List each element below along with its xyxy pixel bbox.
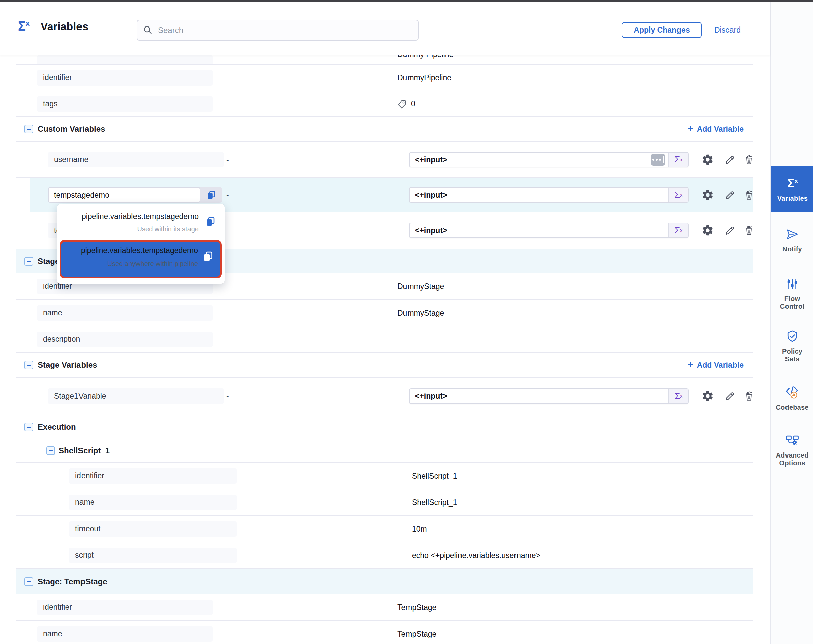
variable-value-input[interactable]: <+input> Σx (409, 187, 689, 202)
field-name-pill: name (69, 495, 237, 510)
table-row-tempstage-name: name TempStage (16, 621, 753, 644)
collapse-minus-icon[interactable] (25, 257, 33, 266)
variables-panel: Σx Variables Notify Flow Control (0, 0, 813, 644)
table-row-step-identifier: identifier ShellScript_1 (16, 463, 753, 489)
sidebar-item-flow-control[interactable]: Flow Control (772, 278, 813, 310)
table-row-pipeline-tags: tags 0 (16, 91, 753, 117)
variable-name-pill: Stage1Variable (48, 388, 224, 404)
search-icon (143, 25, 153, 35)
plus-icon: + (687, 360, 693, 369)
sidebar-item-label: Advanced Options (774, 451, 811, 467)
search-field (137, 20, 419, 41)
sidebar-item-codebase[interactable]: Codebase (772, 385, 813, 411)
section-title: Stage: TempStage (38, 577, 107, 586)
sidebar-item-notify[interactable]: Notify (772, 228, 813, 253)
section-shellscript-1: ShellScript_1 (16, 439, 753, 463)
table-row-step-timeout: timeout 10m (16, 516, 753, 542)
sliders-icon (786, 278, 799, 290)
variable-settings-button[interactable] (701, 189, 714, 201)
variable-value-input[interactable]: <+input> Σx (409, 223, 689, 238)
delete-variable-button[interactable] (742, 189, 755, 201)
field-name-pill (37, 55, 213, 65)
runtime-input-type-button[interactable]: Σx (669, 389, 688, 403)
delete-variable-button[interactable] (742, 153, 755, 166)
tag-icon (397, 99, 408, 109)
variable-name-editor: tempstagedemo (48, 187, 222, 202)
sidebar-item-label: Policy Sets (776, 348, 808, 363)
edit-variable-button[interactable] (722, 224, 735, 237)
collapse-minus-icon[interactable] (25, 577, 33, 586)
edit-variable-button[interactable] (722, 189, 735, 201)
variable-description: - (226, 190, 229, 199)
runtime-input-type-button[interactable]: Σx (669, 223, 688, 238)
section-custom-variables: Custom Variables + Add Variable (16, 117, 753, 142)
sidebar-item-label: Flow Control (775, 295, 810, 310)
edit-variable-button[interactable] (722, 153, 735, 166)
delete-variable-button[interactable] (742, 224, 755, 237)
copy-variable-button[interactable] (200, 187, 222, 202)
sidebar-item-policy-sets[interactable]: Policy Sets (772, 330, 813, 363)
variable-name-pill: username (48, 152, 224, 167)
field-name-pill: tags (37, 96, 213, 112)
plus-icon: + (687, 125, 693, 133)
reference-pipeline-option-selected[interactable]: pipeline.variables.tempstagedemo Used an… (60, 240, 222, 278)
section-title: Custom Variables (38, 124, 105, 134)
field-name-pill: identifier (69, 468, 237, 484)
reference-scoped-text[interactable]: pipeline.variables.tempstagedemo (81, 212, 199, 221)
sidebar-item-label: Variables (778, 195, 808, 202)
field-value: DummyStage (397, 282, 444, 291)
collapse-minus-icon[interactable] (25, 360, 33, 369)
add-variable-button[interactable]: + Add Variable (687, 125, 744, 134)
field-name-pill: identifier (37, 70, 213, 86)
table-row-partial: Dummy Pipeline (16, 55, 753, 65)
table-row-pipeline-identifier: identifier DummyPipeline (16, 65, 753, 91)
sigma-x-logo-icon: Σx (18, 19, 29, 34)
tags-count: 0 (411, 99, 415, 108)
field-value: DummyPipeline (397, 73, 451, 82)
field-name-pill: name (37, 626, 213, 642)
field-name-pill: identifier (37, 600, 213, 615)
collapse-minus-icon[interactable] (46, 446, 55, 455)
sidebar-item-advanced-options[interactable]: Advanced Options (772, 434, 813, 467)
table-row-stage-name: name DummyStage (16, 300, 753, 327)
variable-row-stage1variable: Stage1Variable - <+input> Σx (16, 378, 753, 415)
window-top-strip (0, 0, 813, 2)
runtime-input-type-button[interactable]: Σx (669, 188, 688, 202)
variable-reference-popup: pipeline.variables.tempstagedemo Used wi… (57, 204, 225, 284)
section-title: Stage Variables (38, 360, 97, 370)
collapse-minus-icon[interactable] (25, 423, 33, 431)
reference-pipeline-text: pipeline.variables.tempstagedemo (81, 246, 198, 255)
field-value: echo <+pipeline.variables.username> (412, 551, 540, 560)
variable-settings-button[interactable] (701, 224, 714, 237)
copy-icon[interactable] (202, 251, 214, 263)
variable-settings-button[interactable] (701, 390, 714, 403)
field-value: 10m (412, 524, 427, 533)
sidebar-item-variables[interactable]: Σx Variables (772, 166, 813, 212)
search-input[interactable] (137, 20, 419, 41)
apply-changes-button[interactable]: Apply Changes (622, 22, 702, 38)
input-settings-badge[interactable] (651, 153, 665, 166)
field-name-pill: timeout (69, 521, 237, 537)
runtime-input-type-button[interactable]: Σx (669, 153, 688, 167)
discard-button[interactable]: Discard (715, 26, 741, 35)
sidebar-item-label: Notify (782, 245, 802, 253)
variable-settings-button[interactable] (701, 153, 714, 166)
copy-icon[interactable] (205, 216, 216, 227)
shield-check-icon (785, 330, 799, 343)
section-stage-tempstage: Stage: TempStage (16, 569, 753, 594)
add-variable-button[interactable]: + Add Variable (687, 360, 744, 370)
field-value: DummyStage (397, 308, 444, 317)
variable-value-input[interactable]: <+input> Σx (409, 152, 689, 167)
variable-name-input[interactable]: tempstagedemo (48, 187, 200, 202)
table-row-stage-description: description (16, 327, 753, 353)
variable-value-input[interactable]: <+input> Σx (409, 388, 689, 404)
collapse-minus-icon[interactable] (25, 125, 33, 133)
edit-variable-button[interactable] (722, 390, 735, 403)
flowchart-gear-icon (785, 434, 799, 447)
delete-variable-button[interactable] (742, 390, 755, 403)
field-value: TempStage (397, 603, 436, 612)
tags-value: 0 (397, 99, 415, 109)
field-value: TempStage (397, 629, 436, 638)
table-row-step-name: name ShellScript_1 (16, 489, 753, 516)
right-sidebar: Σx Variables Notify Flow Control (770, 2, 813, 644)
